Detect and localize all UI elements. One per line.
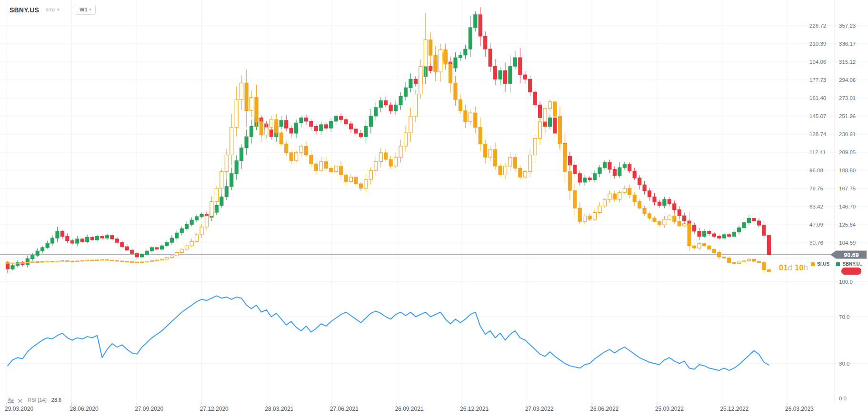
timeframe-label: W1 bbox=[80, 7, 88, 12]
svg-text:79.75: 79.75 bbox=[809, 186, 823, 191]
legend-item-sbny[interactable]: SBNY.U.. bbox=[836, 261, 862, 267]
indicator-remove-icon[interactable] bbox=[18, 397, 24, 403]
svg-text:315.12: 315.12 bbox=[839, 59, 856, 65]
svg-text:26.03.2023: 26.03.2023 bbox=[785, 406, 814, 412]
svg-text:70.0: 70.0 bbox=[839, 314, 849, 320]
market-countdown: 01d 10h bbox=[779, 264, 808, 272]
svg-text:26.06.2022: 26.06.2022 bbox=[590, 406, 619, 412]
svg-text:357.23: 357.23 bbox=[839, 23, 856, 29]
chart-header: SBNY.US STC ▾ W1 ▾ bbox=[10, 5, 96, 15]
svg-text:226.72: 226.72 bbox=[809, 23, 826, 29]
svg-text:145.07: 145.07 bbox=[809, 113, 826, 119]
svg-text:28.06.2020: 28.06.2020 bbox=[70, 406, 99, 412]
timeframe-button[interactable]: W1 ▾ bbox=[75, 5, 96, 15]
svg-text:47.09: 47.09 bbox=[809, 222, 823, 228]
countdown-hours: 10 bbox=[795, 264, 804, 272]
svg-text:25.09.2022: 25.09.2022 bbox=[655, 406, 684, 412]
svg-text:194.06: 194.06 bbox=[809, 59, 826, 65]
chart-canvas[interactable]: 226.72357.23210.39336.17194.06315.12177.… bbox=[0, 0, 868, 417]
chevron-down-icon: ▾ bbox=[90, 8, 92, 12]
svg-text:26.12.2021: 26.12.2021 bbox=[460, 406, 489, 412]
svg-text:104.59: 104.59 bbox=[839, 240, 856, 246]
exchange-dropdown[interactable]: STC ▾ bbox=[46, 8, 60, 12]
svg-text:112.41: 112.41 bbox=[809, 149, 826, 155]
rsi-line bbox=[8, 296, 769, 370]
svg-text:177.73: 177.73 bbox=[809, 77, 826, 83]
date-axis[interactable]: 29.03.202028.06.202027.09.202027.12.2020… bbox=[5, 402, 814, 412]
exchange-label: STC bbox=[46, 8, 55, 12]
svg-text:251.96: 251.96 bbox=[839, 113, 856, 119]
svg-text:161.40: 161.40 bbox=[809, 95, 826, 101]
svg-text:27.03.2022: 27.03.2022 bbox=[525, 406, 554, 412]
svg-text:90.69: 90.69 bbox=[844, 252, 858, 258]
series-legend: SI.US SBNY.U.. bbox=[811, 261, 862, 267]
si-series-swatch bbox=[811, 262, 815, 266]
svg-text:63.42: 63.42 bbox=[809, 204, 823, 209]
svg-text:96.08: 96.08 bbox=[809, 168, 823, 173]
indicator-settings-icon[interactable] bbox=[8, 397, 14, 403]
svg-text:100.0: 100.0 bbox=[839, 279, 853, 285]
sbny-price-badge bbox=[841, 268, 861, 275]
indicator-value: 28.6 bbox=[51, 397, 61, 403]
svg-text:29.03.2020: 29.03.2020 bbox=[5, 406, 33, 412]
si-us-candles bbox=[6, 13, 771, 273]
chevron-down-icon: ▾ bbox=[57, 8, 60, 12]
indicator-name: RSI [14] bbox=[28, 397, 47, 403]
svg-text:125.64: 125.64 bbox=[839, 222, 856, 228]
price-axis[interactable]: 226.72357.23210.39336.17194.06315.12177.… bbox=[809, 23, 856, 401]
sbny-us-candles bbox=[6, 7, 771, 273]
svg-text:30.76: 30.76 bbox=[809, 240, 823, 246]
svg-text:336.17: 336.17 bbox=[839, 41, 856, 47]
svg-text:273.01: 273.01 bbox=[839, 95, 856, 101]
svg-text:27.12.2020: 27.12.2020 bbox=[200, 406, 229, 412]
svg-text:26.09.2021: 26.09.2021 bbox=[395, 406, 423, 412]
svg-text:167.75: 167.75 bbox=[839, 186, 856, 191]
svg-text:25.12.2022: 25.12.2022 bbox=[720, 406, 748, 412]
legend-label-si: SI.US bbox=[817, 261, 829, 267]
svg-text:209.85: 209.85 bbox=[839, 149, 856, 155]
legend-label-sbny: SBNY.U.. bbox=[842, 261, 862, 267]
indicator-row: RSI [14] 28.6 bbox=[8, 397, 61, 403]
svg-text:188.80: 188.80 bbox=[839, 168, 856, 173]
svg-text:28.03.2021: 28.03.2021 bbox=[265, 406, 293, 412]
symbol-title: SBNY.US bbox=[10, 6, 39, 14]
sbny-series-swatch bbox=[836, 262, 840, 266]
svg-text:230.91: 230.91 bbox=[839, 131, 856, 137]
svg-text:128.74: 128.74 bbox=[809, 131, 827, 137]
svg-text:0.0: 0.0 bbox=[839, 396, 847, 401]
svg-text:30.0: 30.0 bbox=[839, 361, 849, 367]
countdown-days: 01 bbox=[779, 264, 788, 272]
svg-text:27.09.2020: 27.09.2020 bbox=[135, 406, 163, 412]
svg-text:294.06: 294.06 bbox=[839, 77, 856, 83]
current-price-tag: 90.69 bbox=[830, 251, 867, 259]
svg-text:210.39: 210.39 bbox=[809, 41, 826, 47]
legend-item-si[interactable]: SI.US bbox=[811, 261, 829, 267]
svg-text:146.70: 146.70 bbox=[839, 204, 856, 209]
svg-text:27.06.2021: 27.06.2021 bbox=[330, 406, 359, 412]
trading-chart-app: 226.72357.23210.39336.17194.06315.12177.… bbox=[0, 0, 868, 417]
